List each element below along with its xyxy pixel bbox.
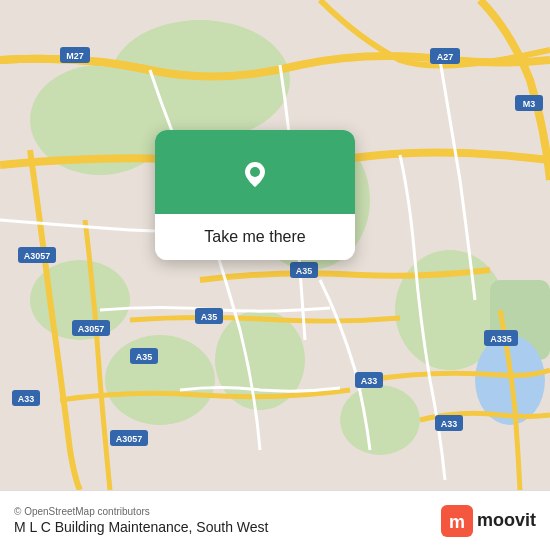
svg-text:A35: A35 [136,352,153,362]
svg-point-6 [105,335,215,425]
card-green-top [155,130,355,214]
moovit-brand-icon: m [441,505,473,537]
svg-text:A3057: A3057 [78,324,105,334]
svg-text:m: m [449,512,465,532]
svg-text:M27: M27 [66,51,84,61]
svg-text:A3057: A3057 [24,251,51,261]
osm-credit: © OpenStreetMap contributors [14,506,268,517]
map-container: M27 M27 M3 A27 A3057 A3057 A3057 A35 A35… [0,0,550,490]
svg-text:M3: M3 [523,99,536,109]
bottom-left: © OpenStreetMap contributors M L C Build… [14,506,268,535]
location-name: M L C Building Maintenance, South West [14,519,268,535]
svg-text:A35: A35 [296,266,313,276]
svg-text:A35: A35 [201,312,218,322]
svg-text:A3057: A3057 [116,434,143,444]
bottom-bar: © OpenStreetMap contributors M L C Build… [0,490,550,550]
svg-text:A33: A33 [18,394,35,404]
svg-text:A335: A335 [490,334,512,344]
take-me-there-button[interactable]: Take me there [155,214,355,260]
svg-point-40 [250,167,260,177]
pin-icon [233,152,277,196]
svg-text:A27: A27 [437,52,454,62]
card-overlay: Take me there [155,130,355,260]
svg-point-8 [340,385,420,455]
moovit-text: moovit [477,510,536,531]
svg-text:A33: A33 [361,376,378,386]
svg-text:A33: A33 [441,419,458,429]
moovit-logo: m moovit [441,505,536,537]
